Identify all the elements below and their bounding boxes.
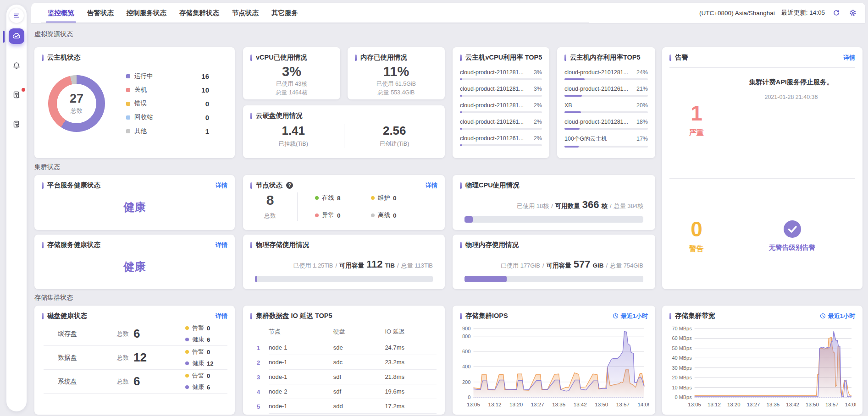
separator: / — [397, 262, 399, 269]
menu-icon — [13, 12, 20, 19]
tabs-underline — [41, 22, 589, 23]
svg-text:800: 800 — [462, 334, 471, 339]
storage-bandwidth-card: 存储集群带宽 最近1小时 0 MBps10 MBps20 MBps30 MBps… — [662, 306, 862, 415]
menu-button[interactable] — [9, 8, 24, 23]
svg-text:20 MBps: 20 MBps — [672, 375, 692, 380]
storage-health-detail-link[interactable]: 详情 — [216, 241, 227, 249]
critical-count: 1 — [691, 103, 702, 124]
available-unit: TiB — [385, 262, 395, 269]
tab-alarm-status[interactable]: 告警状态 — [81, 3, 120, 23]
vm-status-donut-chart: 27 总数 — [48, 75, 105, 132]
sidebar-active-indicator — [3, 31, 5, 43]
sidebar-item-tasks[interactable] — [9, 116, 24, 132]
used-label: 已使用 1.25TiB — [293, 262, 333, 270]
svg-text:600: 600 — [462, 349, 471, 354]
vcpu-used: 已使用 43核 — [243, 80, 340, 88]
separator: / — [606, 262, 608, 269]
disk-health-row: 缓存盘 总数 6 告警0 健康6 — [44, 322, 227, 346]
tab-control-service-status[interactable]: 控制服务状态 — [120, 3, 173, 23]
svg-text:14:05: 14:05 — [637, 402, 649, 407]
cpu-usage-bar — [464, 216, 643, 223]
title-marker — [42, 242, 44, 248]
disk-type: 缓存盘 — [44, 330, 91, 338]
warning-label: 警告 — [689, 244, 704, 254]
refresh-button[interactable] — [831, 8, 841, 18]
bandwidth-time-range-button[interactable]: 最近1小时 — [820, 312, 855, 320]
usage-bar — [564, 95, 648, 97]
vm-name: 100个G的云主机 — [564, 135, 607, 143]
tab-storage-cluster-status[interactable]: 存储集群状态 — [173, 3, 226, 23]
usage-bar — [460, 111, 542, 113]
vm-percent: 2% — [534, 135, 542, 142]
svg-text:13:12: 13:12 — [488, 402, 502, 407]
legend-item: 错误0 — [126, 97, 209, 110]
alert-message[interactable]: 集群计费API服务停止服务。 — [731, 78, 851, 87]
vm-status-card: 云主机状态 27 总数 运行中16 关机10 错误0 回收站0 其他1 — [34, 47, 235, 158]
platform-health-status: 健康 — [34, 200, 235, 214]
disk-type: 系统盘 — [44, 378, 91, 386]
svg-text:30 MBps: 30 MBps — [672, 365, 692, 371]
title-marker — [250, 182, 252, 189]
status-dot — [315, 213, 319, 217]
total-value: 12 — [133, 350, 153, 365]
table-row: 3node-1sdf21.8ms — [249, 370, 437, 384]
available-prefix: 可用容量 — [339, 262, 364, 270]
memory-usage-bar — [464, 276, 643, 282]
memory-used: 已使用 61.5GiB — [348, 80, 445, 88]
sidebar-item-monitoring[interactable] — [9, 28, 24, 44]
available-prefix: 可用容量 — [547, 262, 571, 270]
memory-total: 总量 553.4GiB — [348, 88, 445, 97]
memory-title: 内存已使用情况 — [360, 53, 407, 62]
top5-row: cloud-product-2101281...3% — [460, 86, 542, 97]
vcpu-percent: 3% — [243, 64, 340, 80]
available-value: 577 — [574, 258, 591, 270]
last-update-label: 最近更新: 14:05 — [781, 9, 825, 17]
table-row: 1node-1sde24.7ms — [249, 340, 437, 355]
svg-text:13:27: 13:27 — [747, 402, 760, 407]
title-marker — [564, 55, 566, 61]
node-legend-item: 在线8 — [315, 194, 371, 202]
vm-name: cloud-product-2101261... — [460, 135, 524, 142]
physical-memory-title: 物理内存使用情况 — [465, 241, 519, 249]
io-latency-title: 集群数据盘 IO 延迟 TOP5 — [256, 312, 332, 320]
warning-stat: 告警0 — [185, 324, 227, 332]
sidebar-item-alarms[interactable] — [9, 58, 24, 73]
title-marker — [250, 313, 252, 319]
tab-other-services[interactable]: 其它服务 — [265, 3, 304, 23]
alerts-card: 告警 详情 1 严重 集群计费API服务停止服务。 2021-01-28 21:… — [662, 47, 862, 289]
top5-row: cloud-product-2101281...24% — [564, 69, 648, 80]
vm-name: cloud-product-2101281... — [564, 119, 628, 125]
help-icon[interactable]: ? — [286, 182, 293, 189]
vm-name: cloud-product-2101281... — [564, 69, 628, 76]
vm-name: cloud-product-2101281... — [460, 69, 524, 76]
alerts-detail-link[interactable]: 详情 — [843, 54, 855, 62]
sidebar-item-audit-logs[interactable] — [9, 87, 24, 103]
vm-percent: 2% — [534, 119, 542, 125]
storage-health-card: 存储服务健康状态详情 健康 — [34, 235, 235, 289]
vcpu-title: vCPU已使用情况 — [256, 53, 307, 62]
legend-item: 回收站0 — [126, 110, 209, 124]
io-latency-table: 节点 硬盘 IO 延迟 1node-1sde24.7ms 2node-1sdc2… — [243, 320, 445, 414]
platform-health-title: 平台服务健康状态 — [47, 181, 100, 190]
status-dot — [371, 213, 375, 217]
top5-row: 100个G的云主机17% — [564, 135, 648, 148]
status-dot — [185, 326, 189, 330]
status-label: 在线 — [322, 194, 334, 202]
vm-name: XB — [564, 102, 572, 109]
disk-health-detail-link[interactable]: 详情 — [216, 312, 227, 320]
settings-button[interactable] — [848, 8, 858, 18]
title-marker — [460, 313, 462, 319]
storage-usage-bar — [255, 276, 433, 282]
legend-swatch — [126, 115, 130, 120]
platform-health-detail-link[interactable]: 详情 — [216, 181, 227, 190]
created-label: 已创建(TiB) — [344, 140, 445, 148]
svg-text:13:35: 13:35 — [552, 402, 565, 407]
svg-text:900: 900 — [462, 326, 471, 331]
iops-time-range-button[interactable]: 最近1小时 — [613, 312, 648, 320]
node-status-detail-link[interactable]: 详情 — [426, 181, 437, 190]
title-marker — [460, 55, 462, 61]
total-value: 6 — [133, 374, 153, 389]
tab-node-status[interactable]: 节点状态 — [226, 3, 265, 23]
tab-monitoring-overview[interactable]: 监控概览 — [41, 3, 81, 23]
disk-health-row: 系统盘 总数 6 告警0 健康6 — [44, 370, 227, 394]
